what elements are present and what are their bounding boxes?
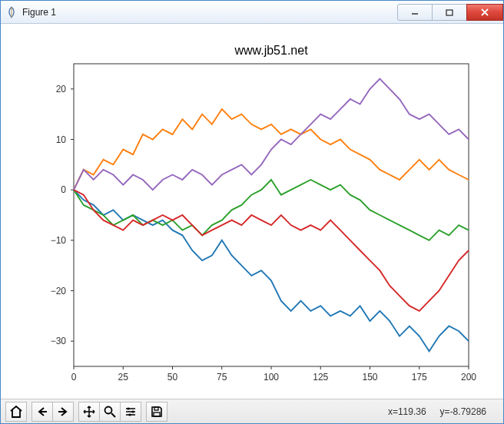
- svg-rect-38: [154, 407, 158, 410]
- svg-text:−20: −20: [51, 286, 67, 296]
- y-axis: −30−20−1001020: [51, 84, 74, 346]
- cursor-position: x=119.36 y=-8.79286: [388, 406, 499, 417]
- maximize-button[interactable]: [432, 4, 467, 21]
- svg-text:0: 0: [61, 184, 66, 195]
- app-icon: [5, 6, 18, 18]
- series-s1_blue: [74, 190, 469, 351]
- series-s4_red: [74, 190, 469, 311]
- move-icon: [83, 406, 95, 418]
- figure-canvas[interactable]: www.jb51.net 0255075100125150175200 −30−…: [5, 28, 499, 396]
- x-axis: 0255075100125150175200: [71, 366, 477, 383]
- zoom-icon: [104, 406, 116, 418]
- svg-text:125: 125: [313, 372, 328, 383]
- nav-toolbar: x=119.36 y=-8.79286: [1, 399, 503, 423]
- svg-text:20: 20: [56, 84, 67, 94]
- client-area: www.jb51.net 0255075100125150175200 −30−…: [1, 24, 503, 423]
- svg-line-34: [111, 413, 115, 417]
- back-button[interactable]: [32, 402, 53, 422]
- chart-title: www.jb51.net: [234, 44, 308, 57]
- svg-text:25: 25: [118, 372, 129, 383]
- window-title: Figure 1: [22, 7, 56, 18]
- titlebar[interactable]: Figure 1: [1, 1, 503, 24]
- svg-point-36: [131, 410, 134, 412]
- arrow-left-icon: [36, 406, 48, 417]
- home-button[interactable]: [5, 402, 27, 422]
- pan-button[interactable]: [78, 402, 100, 422]
- cursor-y: y=-8.79286: [440, 406, 486, 417]
- svg-rect-1: [446, 10, 453, 15]
- svg-text:−30: −30: [51, 336, 67, 346]
- app-window: Figure 1 www.jb51.net 025507510012515017…: [0, 0, 504, 424]
- svg-point-33: [105, 406, 112, 413]
- plot-lines: [74, 79, 469, 352]
- cursor-x: x=119.36: [388, 406, 426, 417]
- configure-button[interactable]: [120, 402, 141, 422]
- svg-text:100: 100: [264, 372, 279, 383]
- sliders-icon: [124, 406, 137, 417]
- svg-text:−10: −10: [51, 235, 67, 246]
- svg-text:50: 50: [167, 372, 178, 383]
- svg-text:75: 75: [217, 372, 227, 383]
- svg-text:200: 200: [461, 372, 476, 383]
- series-s3_green: [74, 180, 469, 240]
- arrow-right-icon: [57, 406, 69, 417]
- svg-point-35: [127, 407, 129, 409]
- svg-text:10: 10: [56, 134, 67, 145]
- svg-text:175: 175: [412, 372, 427, 383]
- series-s5_purple: [74, 79, 469, 190]
- save-icon: [151, 406, 163, 418]
- svg-text:0: 0: [71, 372, 77, 383]
- svg-point-37: [128, 413, 131, 416]
- forward-button[interactable]: [52, 402, 74, 422]
- home-icon: [9, 406, 23, 418]
- svg-text:150: 150: [362, 372, 377, 383]
- minimize-button[interactable]: [397, 4, 433, 21]
- chart-svg: www.jb51.net 0255075100125150175200 −30−…: [5, 28, 499, 396]
- save-button[interactable]: [146, 402, 167, 422]
- close-button[interactable]: [466, 4, 503, 21]
- zoom-button[interactable]: [99, 402, 121, 422]
